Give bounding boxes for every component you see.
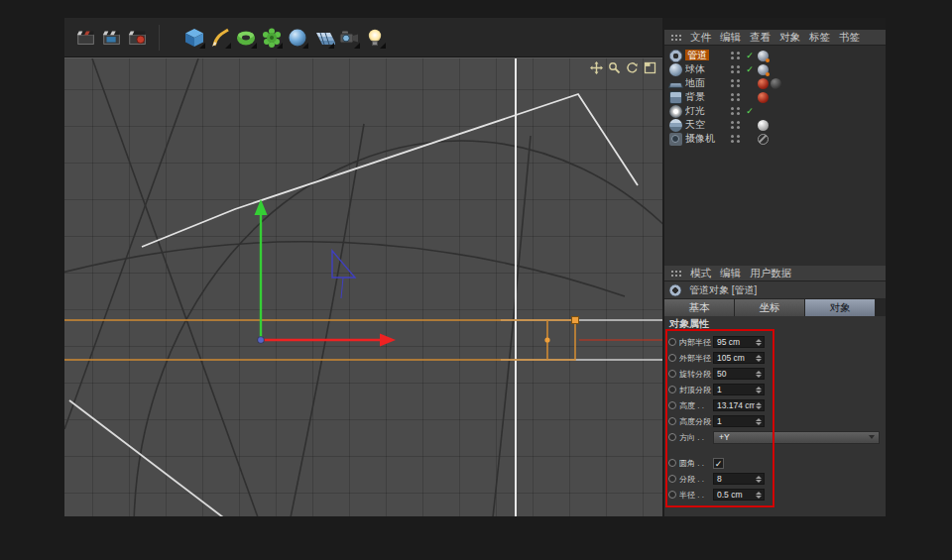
pen-spline-icon[interactable] [208, 24, 232, 52]
object-row-background[interactable]: 背景 [664, 90, 886, 104]
keyframe-circle-icon[interactable] [668, 401, 676, 409]
light-icon [669, 105, 682, 118]
panel-grip-icon[interactable] [670, 269, 681, 278]
rotate-icon[interactable] [626, 61, 639, 74]
visibility-dots-icon[interactable] [731, 107, 734, 110]
visibility-dots-icon[interactable] [731, 135, 734, 138]
keyframe-circle-icon[interactable] [668, 354, 676, 362]
keyframe-circle-icon[interactable] [668, 370, 676, 378]
torus-generator-icon[interactable] [234, 24, 258, 52]
om-menu-view[interactable]: 查看 [750, 31, 771, 45]
object-manager-menubar: 文件 编辑 查看 对象 标签 书签 [664, 30, 886, 46]
zoom-icon[interactable] [608, 61, 621, 74]
visibility-dots-icon[interactable] [731, 65, 734, 68]
phong-tag-icon[interactable] [758, 64, 769, 75]
am-menu-edit[interactable]: 编辑 [720, 267, 741, 280]
material-tag-icon[interactable] [758, 92, 769, 103]
keyframe-circle-icon[interactable] [668, 386, 676, 393]
object-row-camera[interactable]: 摄像机 [664, 132, 886, 146]
prop-row-height-segments: 高度分段 1 [664, 413, 886, 429]
height-segments-input[interactable]: 1 [713, 415, 765, 427]
am-menu-userdata[interactable]: 用户数据 [750, 267, 791, 280]
prop-row-inner-radius: 内部半径 95 cm [664, 334, 886, 350]
main-toolbar [64, 18, 662, 57]
stepper-icon[interactable] [755, 353, 763, 363]
keyframe-circle-icon[interactable] [668, 459, 676, 467]
object-origin-handle[interactable] [258, 337, 265, 344]
phong-tag-icon[interactable] [758, 51, 769, 61]
material-tag-icon[interactable] [771, 78, 781, 89]
camera-icon [669, 133, 682, 146]
keyframe-circle-icon[interactable] [668, 417, 676, 425]
visibility-dots-icon[interactable] [731, 52, 734, 55]
maximize-icon[interactable] [644, 61, 656, 74]
viewport[interactable] [64, 57, 662, 516]
visibility-dots-icon[interactable] [731, 121, 734, 124]
stepper-icon[interactable] [755, 369, 763, 379]
tube-icon [669, 284, 681, 296]
object-row-light[interactable]: 灯光 ✓ [664, 104, 886, 118]
om-menu-file[interactable]: 文件 [690, 31, 711, 45]
prop-row-outer-radius: 外部半径 105 cm [664, 350, 886, 366]
stepper-icon[interactable] [755, 400, 763, 410]
om-menu-bookmarks[interactable]: 书签 [839, 31, 860, 45]
tab-object[interactable]: 对象 [805, 299, 875, 316]
panel-grip-icon[interactable] [670, 33, 681, 42]
enabled-check-icon[interactable]: ✓ [744, 106, 756, 116]
cube-primitive-icon[interactable] [182, 24, 206, 52]
stepper-icon[interactable] [755, 337, 763, 347]
om-menu-edit[interactable]: 编辑 [720, 31, 741, 45]
keyframe-circle-icon[interactable] [668, 491, 676, 499]
prop-row-height: 高度 . . 13.174 cm [664, 397, 886, 413]
tab-basic[interactable]: 基本 [664, 299, 734, 316]
prop-row-orientation: 方向 . . +Y [664, 429, 886, 445]
pan-icon[interactable] [590, 61, 603, 74]
object-row-floor[interactable]: 地面 [664, 76, 886, 90]
orientation-dropdown[interactable]: +Y [713, 431, 880, 444]
fillet-checkbox[interactable]: ✓ [713, 458, 724, 469]
height-input[interactable]: 13.174 cm [713, 399, 765, 411]
property-rows: 内部半径 95 cm 外部半径 105 cm [664, 332, 886, 503]
object-row-sphere[interactable]: 球体 ✓ [664, 62, 886, 76]
render-picture-viewer-icon[interactable] [100, 24, 124, 52]
render-settings-icon[interactable] [126, 24, 150, 52]
stepper-icon[interactable] [755, 474, 763, 484]
stepper-icon[interactable] [755, 416, 763, 426]
render-view-icon[interactable] [74, 24, 98, 52]
floor-array-icon[interactable] [311, 24, 335, 52]
visibility-dots-icon[interactable] [731, 79, 734, 82]
keyframe-circle-icon[interactable] [668, 475, 676, 483]
stepper-icon[interactable] [755, 385, 763, 394]
deformer-sphere-icon[interactable] [286, 24, 309, 52]
material-tag-icon[interactable] [758, 120, 769, 131]
scene-light-icon[interactable] [363, 24, 387, 52]
enabled-check-icon[interactable]: ✓ [744, 64, 756, 74]
modifier-icon[interactable] [260, 24, 284, 52]
inner-radius-input[interactable]: 95 cm [713, 336, 765, 348]
enabled-check-icon[interactable]: ✓ [744, 51, 756, 60]
keyframe-circle-icon[interactable] [668, 338, 676, 346]
om-menu-tags[interactable]: 标签 [809, 31, 830, 45]
object-row-sky[interactable]: 天空 [664, 118, 886, 132]
protection-tag-icon[interactable] [758, 134, 769, 145]
scene-camera-icon[interactable] [337, 24, 361, 52]
rotation-segments-input[interactable]: 50 [713, 368, 765, 380]
radius-input[interactable]: 0.5 cm [713, 489, 765, 501]
viewport-canvas[interactable] [64, 58, 662, 516]
object-row-pipe[interactable]: 管道 ✓ [664, 49, 886, 62]
om-menu-objects[interactable]: 对象 [779, 31, 800, 45]
visibility-dots-icon[interactable] [731, 93, 734, 96]
tube-corner-handle[interactable] [572, 317, 579, 324]
tube-point-handle[interactable] [544, 337, 549, 342]
cap-segments-input[interactable]: 1 [713, 384, 765, 395]
stepper-icon[interactable] [755, 490, 763, 500]
outer-radius-input[interactable]: 105 cm [713, 352, 765, 364]
am-menu-mode[interactable]: 模式 [690, 267, 711, 280]
tab-filler [876, 299, 886, 316]
segments-input[interactable]: 8 [713, 473, 765, 485]
material-tag-icon[interactable] [758, 78, 769, 89]
row-spacer [664, 445, 886, 455]
rotation-band-widget [332, 251, 355, 298]
keyframe-circle-icon[interactable] [668, 433, 676, 441]
tab-coordinates[interactable]: 坐标 [735, 299, 804, 316]
